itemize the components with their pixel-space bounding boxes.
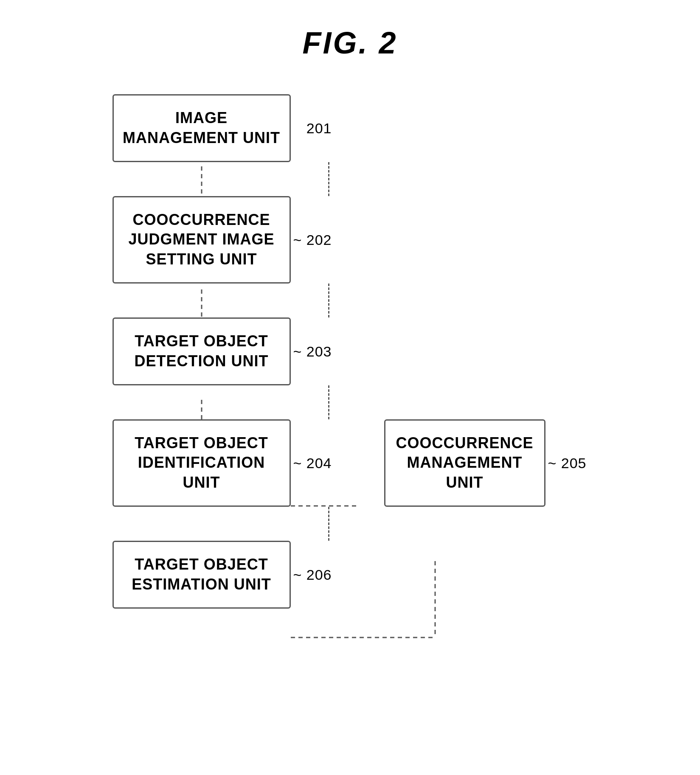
ref-204: ~ 204 <box>293 454 332 472</box>
unit-target-estimation: TARGET OBJECTESTIMATION UNIT ~ 206 <box>112 541 291 609</box>
unit-label: TARGET OBJECTIDENTIFICATIONUNIT <box>135 434 268 491</box>
unit-label: COOCCURRENCEJUDGMENT IMAGESETTING UNIT <box>128 211 274 268</box>
ref-206: ~ 206 <box>293 565 332 584</box>
unit-target-identification: TARGET OBJECTIDENTIFICATIONUNIT ~ 204 <box>112 419 291 507</box>
unit-label: TARGET OBJECTDETECTION UNIT <box>135 332 269 370</box>
unit-label: COOCCURRENCEMANAGEMENTUNIT <box>396 434 533 491</box>
figure-title: FIG. 2 <box>302 25 397 60</box>
unit-label: IMAGE MANAGEMENT UNIT <box>123 109 280 146</box>
unit-cooccurrence-judgment: COOCCURRENCEJUDGMENT IMAGESETTING UNIT ~… <box>112 196 291 284</box>
unit-cooccurrence-management: COOCCURRENCEMANAGEMENTUNIT ~ 205 <box>384 419 545 507</box>
ref-201: 201 <box>306 119 332 138</box>
diagram-container: IMAGE MANAGEMENT UNIT 201 COOCCURRENCEJU… <box>112 94 545 609</box>
unit-image-management: IMAGE MANAGEMENT UNIT 201 <box>112 94 291 162</box>
unit-target-detection: TARGET OBJECTDETECTION UNIT ~ 203 <box>112 317 291 385</box>
ref-202: ~ 202 <box>293 230 332 249</box>
ref-205: ~ 205 <box>548 454 586 472</box>
ref-203: ~ 203 <box>293 342 332 361</box>
unit-label: TARGET OBJECTESTIMATION UNIT <box>132 556 271 593</box>
